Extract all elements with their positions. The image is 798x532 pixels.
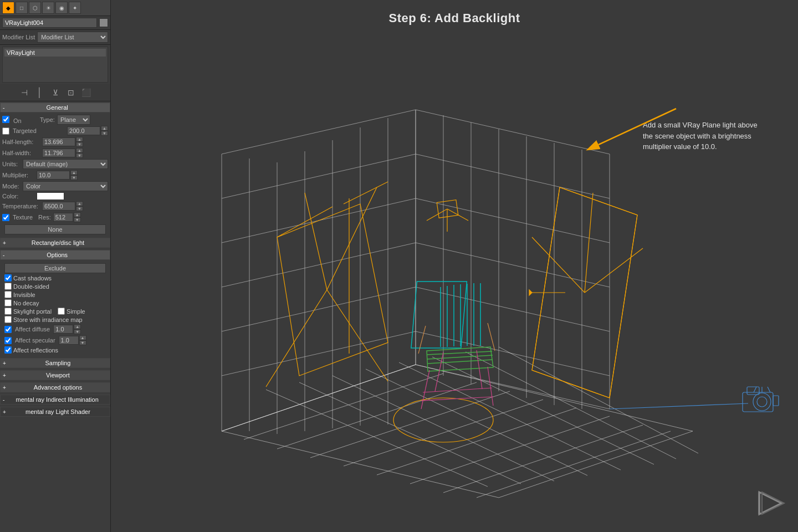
- icon-btn-pin[interactable]: ⊣: [18, 86, 30, 99]
- svg-marker-65: [529, 290, 532, 295]
- multiplier-spin-down[interactable]: ▼: [70, 175, 78, 180]
- double-sided-checkbox[interactable]: [4, 283, 12, 290]
- half-length-value[interactable]: 13.696: [42, 137, 75, 146]
- cast-shadows-row: Cast shadows: [2, 274, 108, 282]
- store-irradiance-checkbox[interactable]: [4, 316, 12, 323]
- section-header-rect-disc[interactable]: + Rectangle/disc light: [0, 238, 110, 248]
- svg-line-92: [754, 387, 756, 392]
- affect-specular-spin-up[interactable]: ▲: [79, 335, 86, 340]
- targeted-value[interactable]: 200.0: [67, 126, 100, 135]
- units-dropdown[interactable]: Default (image): [23, 159, 108, 169]
- temperature-spin-up[interactable]: ▲: [76, 201, 83, 206]
- affect-diffuse-spin-up[interactable]: ▲: [74, 324, 81, 329]
- tool-icon-sun[interactable]: ☀: [42, 2, 54, 14]
- double-sided-row: Double-sided: [2, 283, 108, 290]
- affect-specular-checkbox[interactable]: [4, 337, 12, 344]
- mental-ray-ii-title: mental ray Indirect Illumination: [7, 396, 108, 403]
- affect-diffuse-value[interactable]: 1.0: [53, 325, 73, 334]
- affect-reflections-checkbox[interactable]: [4, 346, 12, 354]
- type-dropdown[interactable]: Plane Sphere Dome: [57, 115, 90, 125]
- svg-line-4: [332, 376, 554, 481]
- half-length-spin-down[interactable]: ▼: [76, 142, 83, 147]
- svg-line-14: [344, 400, 543, 466]
- svg-line-41: [416, 287, 610, 331]
- affect-diffuse-row: Affect diffuse 1.0 ▲ ▼: [2, 324, 108, 334]
- section-header-options[interactable]: - Options: [0, 250, 110, 260]
- stack-item-vraylight[interactable]: VRayLight: [4, 49, 106, 57]
- light-gizmos: [266, 182, 643, 442]
- texture-res-spin-up[interactable]: ▲: [74, 212, 81, 217]
- temperature-spin-down[interactable]: ▼: [76, 206, 83, 211]
- mode-dropdown[interactable]: Color Temperature: [23, 181, 108, 191]
- affect-diffuse-spin-down[interactable]: ▼: [74, 329, 81, 334]
- cast-shadows-checkbox[interactable]: [4, 274, 12, 282]
- svg-line-96: [598, 109, 676, 145]
- object-color-box[interactable]: [99, 18, 108, 27]
- chair-object: [411, 282, 495, 409]
- tool-icon-circle[interactable]: ◉: [55, 2, 68, 14]
- skylight-portal-label: Skylight portal: [13, 308, 52, 315]
- half-width-spin-down[interactable]: ▼: [76, 153, 83, 158]
- icon-btn-square[interactable]: ⬛: [80, 86, 93, 99]
- texture-res-value[interactable]: 512: [53, 213, 73, 222]
- section-header-sampling[interactable]: + Sampling: [0, 358, 110, 368]
- on-checkbox[interactable]: [2, 116, 9, 123]
- tool-icon-diamond[interactable]: ◆: [2, 2, 14, 14]
- svg-line-39: [416, 198, 610, 243]
- store-irradiance-row: Store with irradiance map: [2, 316, 108, 323]
- invisible-row: Invisible: [2, 291, 108, 298]
- skylight-portal-checkbox[interactable]: [4, 308, 12, 315]
- svg-rect-66: [411, 282, 467, 348]
- multiplier-value[interactable]: 10.0: [37, 171, 70, 180]
- section-header-mental-ray-ls[interactable]: + mental ray Light Shader: [0, 407, 110, 417]
- section-header-viewport[interactable]: + Viewport: [0, 370, 110, 380]
- icon-btn-fork[interactable]: ⊻: [49, 86, 62, 99]
- modifier-list-label: Modifier List: [2, 34, 35, 40]
- store-irradiance-label: Store with irradiance map: [13, 316, 83, 323]
- section-header-general[interactable]: - General: [0, 103, 110, 112]
- sampling-toggle: +: [3, 360, 6, 366]
- tool-icon-rect[interactable]: □: [16, 2, 28, 14]
- icon-btn-bar[interactable]: │: [34, 86, 46, 99]
- svg-line-37: [222, 331, 416, 376]
- advanced-title: Advanced options: [8, 384, 108, 391]
- logo-svg: [754, 487, 787, 520]
- texture-none-btn[interactable]: None: [4, 224, 106, 234]
- icon-btn-box[interactable]: ⊡: [65, 86, 77, 99]
- mode-row: Mode: Color Temperature: [2, 181, 108, 191]
- left-panel: ◆ □ ⬡ ☀ ◉ ✦ VRayLight004 Modifier List M…: [0, 0, 111, 532]
- affect-diffuse-checkbox[interactable]: [4, 326, 12, 333]
- texture-res-spin-down[interactable]: ▼: [74, 217, 81, 222]
- targeted-row: Targeted 200.0 ▲ ▼: [2, 126, 108, 136]
- half-length-spin-up[interactable]: ▲: [76, 137, 83, 142]
- half-width-spin-up[interactable]: ▲: [76, 148, 83, 153]
- tool-icon-hex[interactable]: ⬡: [29, 2, 41, 14]
- targeted-spin-up[interactable]: ▲: [101, 126, 108, 131]
- multiplier-spin-up[interactable]: ▲: [70, 170, 78, 175]
- invisible-checkbox[interactable]: [4, 291, 12, 298]
- svg-line-35: [222, 243, 416, 287]
- affect-specular-spin-down[interactable]: ▼: [79, 340, 86, 345]
- temperature-value[interactable]: 6500.0: [42, 202, 75, 211]
- svg-line-6: [399, 362, 621, 470]
- half-width-value[interactable]: 11.796: [42, 149, 75, 157]
- exclude-btn[interactable]: Exclude: [4, 263, 106, 273]
- object-name-input[interactable]: VRayLight004: [2, 18, 97, 28]
- top-toolbar: ◆ □ ⬡ ☀ ◉ ✦: [0, 0, 110, 16]
- targeted-spin-down[interactable]: ▼: [101, 131, 108, 136]
- modifier-list-dropdown[interactable]: Modifier List: [37, 32, 108, 43]
- tool-icon-star[interactable]: ✦: [69, 2, 81, 14]
- texture-checkbox[interactable]: [2, 214, 9, 221]
- no-decay-checkbox[interactable]: [4, 299, 12, 306]
- obj-name-bar: VRayLight004: [0, 16, 110, 30]
- simple-checkbox[interactable]: [58, 308, 65, 315]
- annotation-arrow-svg: [521, 92, 687, 158]
- svg-line-58: [585, 193, 593, 293]
- affect-specular-value[interactable]: 1.0: [59, 336, 79, 345]
- section-header-mental-ray-ii[interactable]: - mental ray Indirect Illumination: [0, 395, 110, 405]
- svg-rect-88: [747, 387, 759, 395]
- section-header-advanced[interactable]: + Advanced options: [0, 382, 110, 392]
- simple-label: Simple: [66, 308, 85, 315]
- color-swatch[interactable]: [37, 192, 64, 200]
- targeted-checkbox[interactable]: [2, 127, 9, 135]
